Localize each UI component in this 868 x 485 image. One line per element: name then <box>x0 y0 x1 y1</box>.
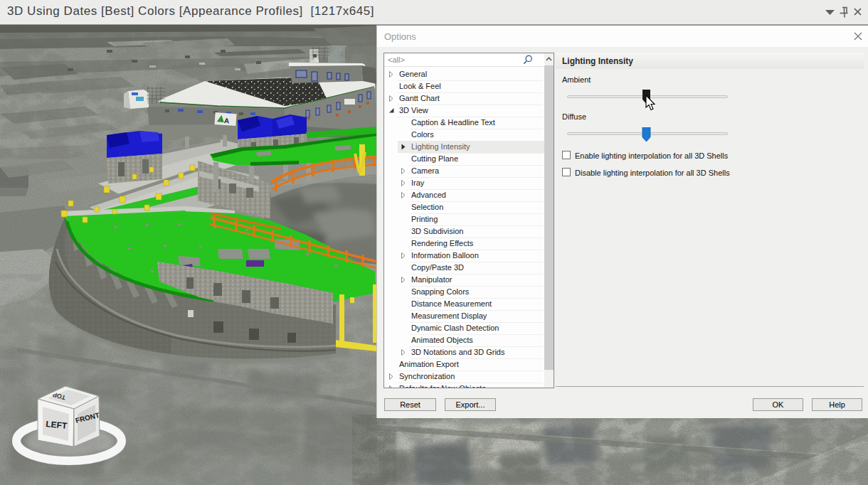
svg-text:A: A <box>224 117 230 124</box>
